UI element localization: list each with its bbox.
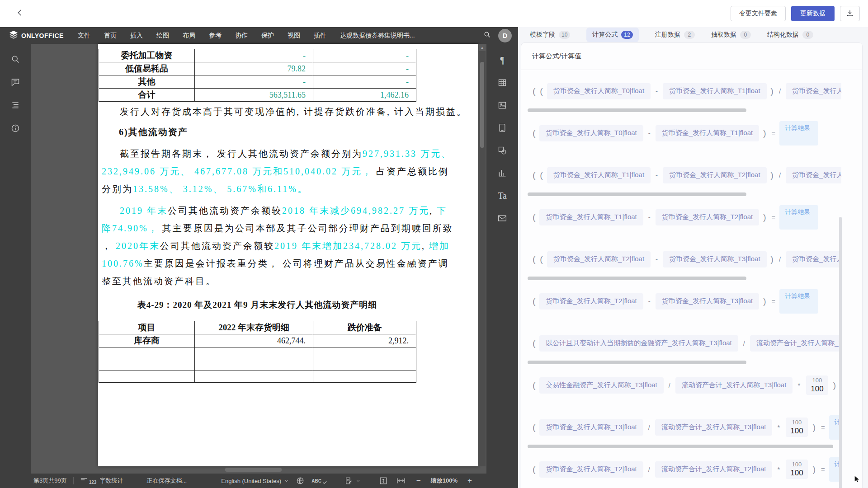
formula-row-block: (货币资金_发行人简称_T2|float-货币资金_发行人简称_T3|float… [530, 280, 862, 322]
document-language-button[interactable] [296, 477, 304, 485]
navigation-icon[interactable] [10, 100, 21, 111]
menu-item[interactable]: 视图 [281, 27, 307, 44]
field-token-pill: 货币资金_发行人简称_T1|float [663, 83, 766, 99]
tab-计算公式[interactable]: 计算公式12 [586, 28, 638, 42]
tab-label: 计算公式 [592, 31, 618, 39]
highlighted-text: 2019 年末 [120, 206, 168, 216]
menu-item[interactable]: 绘图 [150, 27, 176, 44]
tab-模板字段[interactable]: 模板字段10 [530, 31, 570, 39]
menu-bar: ONLYOFFICE 文件首页插入绘图布局参考协作保护视图插件达观数据债券募集说… [0, 27, 518, 44]
fraction-denominator: 100 [790, 468, 803, 478]
horizontal-scroll-thumb[interactable] [225, 468, 282, 472]
document-page[interactable]: 委托加工物资--低值易耗品79.82-其他--合计563,511.651,462… [98, 44, 478, 466]
user-avatar[interactable]: D [498, 29, 512, 42]
paragraph-marks-icon[interactable]: ¶ [497, 55, 508, 66]
operator: * [777, 423, 780, 431]
table-value-cell [313, 347, 416, 359]
fraction-denominator: 100 [811, 384, 823, 394]
download-button[interactable] [840, 6, 860, 21]
formula-horizontal-scrollbar[interactable] [528, 192, 746, 196]
table-label-cell: 其他 [99, 75, 195, 89]
comments-icon[interactable] [10, 77, 21, 88]
table-value-cell [313, 359, 416, 371]
operator: / [779, 171, 781, 179]
plain-text: 公司其他流动资产余额较 [160, 241, 274, 251]
paren: ) [763, 212, 766, 222]
operator: / [743, 339, 745, 347]
zoom-out-button[interactable]: − [416, 476, 421, 485]
spellcheck-button[interactable]: ABC [311, 477, 327, 485]
menu-item[interactable]: 参考 [202, 27, 228, 44]
page-indicator[interactable]: 第3页共99页 [33, 477, 67, 485]
table-value-cell: - [195, 75, 313, 89]
formula-row: (货币资金_发行人简称_T2|float-货币资金_发行人简称_T3|float… [530, 280, 841, 322]
menu-item[interactable]: 文件 [71, 27, 97, 44]
menu-item[interactable]: 达观数据债券募集说明书... [333, 27, 422, 44]
operator: - [648, 297, 651, 305]
formula-row: ((货币资金_发行人简称_T1|float-货币资金_发行人简称_T2|floa… [530, 154, 841, 196]
shapes-icon[interactable] [497, 145, 508, 156]
formula-horizontal-scrollbar[interactable] [528, 108, 746, 112]
formula-horizontal-scrollbar[interactable] [528, 445, 833, 448]
change-file-elements-button[interactable]: 变更文件要素 [731, 6, 786, 21]
menu-item[interactable]: 保护 [255, 27, 281, 44]
table-value-cell: 462,744. [195, 334, 313, 347]
formula-horizontal-scrollbar[interactable] [528, 277, 746, 280]
field-token-pill: 以公计且其变动计入当期损益的金融资产_发行人简称_T3|float [539, 335, 738, 352]
tab-抽取数据[interactable]: 抽取数据0 [711, 31, 751, 39]
highlighted-text: 下 [437, 206, 447, 216]
menu-item[interactable]: 首页 [97, 27, 123, 44]
menu-item[interactable]: 插件 [307, 27, 333, 44]
vertical-scroll-thumb[interactable] [480, 62, 484, 148]
page-icon[interactable] [497, 122, 508, 133]
table-icon[interactable] [497, 77, 508, 88]
field-token-pill: 货币资金_发行人简称_T1|float [656, 125, 759, 141]
word-count-button[interactable]: 123 字数统计 [80, 477, 123, 485]
back-button[interactable] [14, 7, 26, 20]
chart-icon[interactable] [497, 168, 508, 178]
update-data-button[interactable]: 更新数据 [791, 6, 835, 21]
document-vertical-scrollbar[interactable]: ▲ [479, 44, 486, 466]
text-line: 整至其他流动资产科目。 [102, 272, 463, 290]
tab-count-badge: 0 [740, 31, 751, 39]
menu-search-button[interactable] [483, 31, 491, 40]
operator: - [656, 171, 658, 179]
document-horizontal-scrollbar[interactable] [31, 468, 476, 472]
tab-label: 抽取数据 [711, 31, 736, 39]
tab-结构化数据[interactable]: 结构化数据0 [767, 31, 813, 39]
image-icon[interactable] [497, 100, 508, 111]
fit-page-button[interactable] [379, 477, 387, 485]
scroll-up-button[interactable]: ▲ [479, 44, 486, 51]
formula-row-block: (交易性金融资产_发行人简称_T3|float/流动资产合计_发行人简称_T3|… [530, 364, 862, 406]
table-row: 低值易耗品79.82- [99, 62, 416, 75]
mail-merge-icon[interactable] [497, 213, 508, 224]
menu-item[interactable]: 插入 [123, 27, 150, 44]
menu-item[interactable]: 布局 [176, 27, 202, 44]
app-logo-text: ONLYOFFICE [21, 32, 64, 39]
operator: / [669, 381, 670, 389]
chevron-left-icon [16, 9, 24, 19]
formula-row-block: (以公计且其变动计入当期损益的金融资产_发行人简称_T3|float/流动资产合… [530, 322, 862, 364]
paren: ( [533, 212, 535, 222]
zoom-in-button[interactable]: + [467, 476, 472, 485]
tab-count-badge: 2 [684, 31, 695, 39]
table-row: 委托加工物资-- [99, 49, 416, 62]
highlighted-text: 2020年末 [116, 241, 160, 251]
search-icon[interactable] [10, 54, 21, 65]
fraction-token: 100100 [786, 460, 807, 479]
tab-注册数据[interactable]: 注册数据2 [655, 31, 695, 39]
text-line: 2019 年末公司其他流动资产余额较2018 年末减少694,982.27 万元… [102, 202, 463, 220]
track-changes-button[interactable] [344, 477, 360, 485]
formula-horizontal-scrollbar[interactable] [528, 361, 746, 364]
operator: = [821, 423, 825, 431]
field-token-pill: 货币资金_发行人简称_T2|float [656, 209, 759, 225]
language-selector[interactable]: English (United States) [221, 478, 289, 484]
text-art-icon[interactable]: Ta [497, 190, 508, 201]
menu-item[interactable]: 协作 [228, 27, 255, 44]
formula-row: (货币资金_发行人简称_T3|float/流动资产合计_发行人简称_T3|flo… [530, 406, 841, 448]
table-value-cell: - [313, 75, 416, 89]
paren: ( [533, 128, 535, 138]
fit-width-button[interactable] [396, 477, 406, 484]
info-icon[interactable] [10, 123, 21, 134]
panel-scroll-thumb[interactable] [839, 217, 842, 488]
